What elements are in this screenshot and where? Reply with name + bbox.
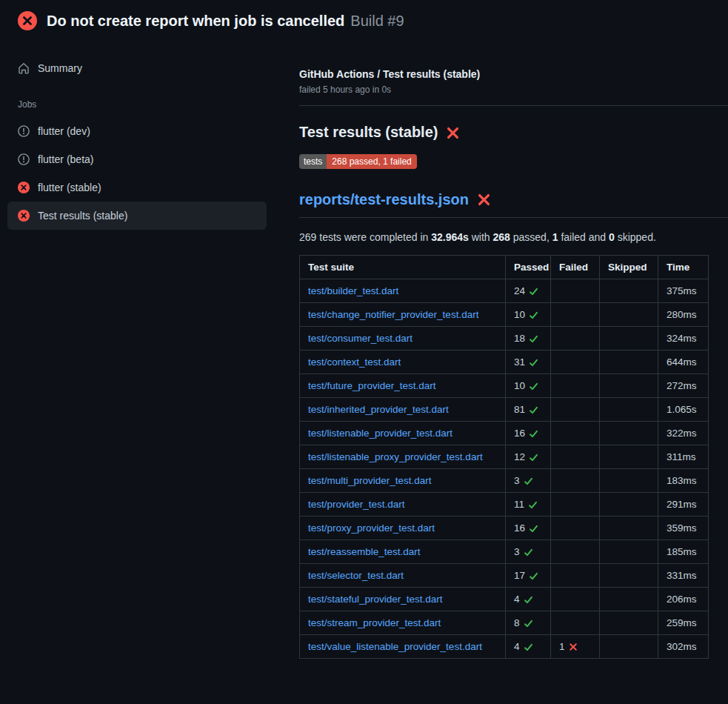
sidebar-item-summary[interactable]: Summary — [7, 55, 267, 82]
test-suite-link[interactable]: test/builder_test.dart — [308, 285, 398, 296]
suite-cell: test/proxy_provider_test.dart — [300, 517, 506, 540]
failed-cell — [551, 493, 600, 517]
column-header-time: Time — [658, 256, 709, 279]
suite-cell: test/listenable_proxy_provider_test.dart — [300, 445, 506, 469]
test-suite-link[interactable]: test/stateful_provider_test.dart — [308, 594, 443, 605]
check-icon — [524, 594, 533, 605]
passed-cell: 16 — [506, 517, 551, 540]
count: 16 — [514, 522, 525, 534]
summary-segment: 269 tests were completed in — [299, 231, 431, 243]
count: 11 — [514, 499, 524, 510]
run-title: Do not create report when job is cancell… — [47, 13, 344, 30]
test-suite-link[interactable]: test/reassemble_test.dart — [308, 546, 421, 557]
count: 16 — [514, 428, 525, 439]
skipped-cell — [600, 398, 658, 422]
table-row: test/inherited_provider_test.dart811.065… — [300, 398, 709, 422]
passed-cell: 10 — [506, 374, 551, 398]
test-suite-link[interactable]: test/listenable_proxy_provider_test.dart — [308, 451, 483, 462]
skipped-cell — [600, 279, 658, 303]
skipped-cell — [600, 540, 658, 564]
sidebar-item-flutter-beta[interactable]: flutter (beta) — [7, 145, 267, 173]
suite-cell: test/change_notifier_provider_test.dart — [300, 303, 506, 327]
count: 3 — [514, 546, 520, 557]
time-cell: 324ms — [658, 327, 709, 351]
test-suite-link[interactable]: test/context_test.dart — [308, 356, 401, 368]
report-heading-row: reports/test-results.json — [299, 191, 728, 218]
test-suite-link[interactable]: test/selector_test.dart — [308, 570, 404, 581]
summary-segment: with — [469, 231, 493, 243]
failed-cell — [551, 374, 600, 398]
test-suite-link[interactable]: test/inherited_provider_test.dart — [308, 404, 449, 415]
failed-cell — [551, 327, 600, 351]
suite-cell: test/value_listenable_provider_test.dart — [300, 635, 506, 659]
table-row: test/change_notifier_provider_test.dart1… — [300, 303, 709, 327]
badge-label: tests — [299, 154, 327, 169]
report-file-link[interactable]: reports/test-results.json — [299, 191, 469, 208]
job-label: Test results (stable) — [38, 210, 127, 222]
check-icon — [529, 404, 538, 415]
failed-status-icon — [18, 210, 30, 222]
sidebar-item-flutter-dev[interactable]: flutter (dev) — [7, 117, 267, 145]
sidebar-summary-label: Summary — [38, 62, 82, 74]
column-header-failed: Failed — [551, 256, 600, 279]
test-suite-link[interactable]: test/provider_test.dart — [308, 499, 405, 510]
time-cell: 272ms — [658, 374, 709, 398]
table-row: test/stream_provider_test.dart8259ms — [300, 611, 709, 635]
failed-cell — [551, 469, 600, 493]
time-cell: 302ms — [658, 635, 709, 659]
count: 1 — [559, 641, 565, 652]
time-cell: 183ms — [658, 469, 709, 493]
table-header-row: Test suitePassedFailedSkippedTime — [300, 256, 709, 279]
passed-cell: 24 — [506, 279, 551, 303]
test-suite-link[interactable]: test/value_listenable_provider_test.dart — [308, 641, 482, 652]
suite-cell: test/provider_test.dart — [300, 493, 506, 517]
suite-cell: test/reassemble_test.dart — [300, 540, 506, 564]
build-number: Build #9 — [350, 13, 404, 30]
count: 4 — [514, 641, 520, 652]
count: 10 — [514, 380, 525, 391]
divider — [299, 105, 728, 106]
failed-cell — [551, 540, 600, 564]
sidebar-item-flutter-stable[interactable]: flutter (stable) — [7, 173, 267, 202]
column-header-skipped: Skipped — [600, 256, 658, 279]
suite-cell: test/builder_test.dart — [300, 279, 506, 303]
test-suite-link[interactable]: test/multi_provider_test.dart — [308, 475, 432, 486]
passed-cell: 10 — [506, 303, 551, 327]
sidebar-item-test-results-stable[interactable]: Test results (stable) — [7, 202, 267, 230]
suite-cell: test/context_test.dart — [300, 351, 506, 374]
count: 3 — [514, 475, 520, 486]
table-row: test/listenable_provider_test.dart16322m… — [300, 422, 709, 445]
section-title: Test results (stable) — [299, 124, 438, 141]
red-x-icon — [477, 193, 491, 207]
skipped-cell — [600, 611, 658, 635]
passed-cell: 4 — [506, 588, 551, 611]
table-row: test/context_test.dart31644ms — [300, 351, 709, 374]
skipped-cell — [600, 422, 658, 445]
skipped-cell — [600, 517, 658, 540]
test-suite-link[interactable]: test/stream_provider_test.dart — [308, 617, 441, 628]
skipped-cell — [600, 588, 658, 611]
passed-cell: 81 — [506, 398, 551, 422]
test-suite-link[interactable]: test/listenable_provider_test.dart — [308, 428, 453, 439]
test-suite-link[interactable]: test/consumer_test.dart — [308, 333, 413, 344]
summary-segment: 1 — [552, 231, 558, 243]
test-suite-link[interactable]: test/proxy_provider_test.dart — [308, 522, 435, 534]
run-meta: failed 5 hours ago in 0s — [299, 84, 704, 95]
check-icon — [529, 309, 538, 320]
red-x-icon — [446, 124, 460, 141]
check-icon — [529, 333, 538, 344]
failed-cell — [551, 422, 600, 445]
failed-cell — [551, 445, 600, 469]
skipped-cell — [600, 493, 658, 517]
check-icon — [529, 570, 538, 581]
time-cell: 322ms — [658, 422, 709, 445]
table-row: test/selector_test.dart17331ms — [300, 564, 709, 588]
job-label: flutter (beta) — [38, 153, 93, 165]
skipped-cell — [600, 564, 658, 588]
sidebar: Summary Jobs flutter (dev)flutter (beta)… — [0, 40, 278, 230]
table-row: test/future_provider_test.dart10272ms — [300, 374, 709, 398]
test-suite-link[interactable]: test/future_provider_test.dart — [308, 380, 436, 391]
test-suite-link[interactable]: test/change_notifier_provider_test.dart — [308, 309, 478, 320]
skipped-cell — [600, 327, 658, 351]
skipped-cell — [600, 303, 658, 327]
